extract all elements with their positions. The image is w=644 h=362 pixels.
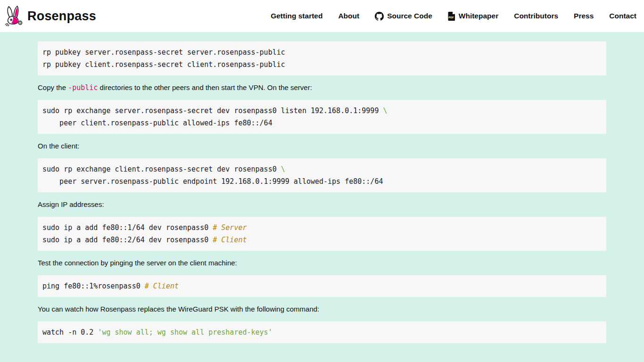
nav-item-contact[interactable]: Contact bbox=[609, 12, 636, 20]
main-nav: Getting startedAboutSource CodePDFWhitep… bbox=[271, 12, 636, 21]
code-token-plain: rp pubkey server.rosenpass-secret server… bbox=[42, 48, 285, 57]
nav-item-label: Whitepaper bbox=[459, 12, 498, 20]
code-block: ping fe80::1%rosenpass0 # Client bbox=[38, 275, 606, 297]
svg-text:PDF: PDF bbox=[448, 16, 454, 19]
paragraph-text: On the client: bbox=[38, 142, 79, 150]
code-token-plain: sudo rp exchange server.rosenpass-secret… bbox=[42, 107, 383, 115]
code-line: sudo ip a add fe80::2/64 dev rosenpass0 … bbox=[42, 234, 602, 246]
code-token-plain: peer client.rosenpass-public allowed-ips… bbox=[42, 119, 272, 127]
code-line: sudo rp exchange client.rosenpass-secret… bbox=[42, 163, 602, 175]
nav-item-label: Press bbox=[574, 12, 594, 20]
code-token-plain: sudo ip a add fe80::2/64 dev rosenpass0 bbox=[42, 236, 213, 244]
inline-code: -public bbox=[68, 83, 98, 92]
code-line: ping fe80::1%rosenpass0 # Client bbox=[42, 280, 602, 292]
nav-item-label: Contributors bbox=[514, 12, 558, 20]
code-token-green: \ bbox=[383, 107, 387, 115]
code-line: sudo rp exchange server.rosenpass-secret… bbox=[42, 105, 602, 117]
github-icon bbox=[375, 12, 384, 21]
code-line: peer server.rosenpass-public endpoint 19… bbox=[42, 175, 602, 188]
code-line: rp pubkey server.rosenpass-secret server… bbox=[42, 46, 602, 58]
paragraph-text: directories to the other peers and then … bbox=[98, 83, 312, 91]
nav-item-source-code[interactable]: Source Code bbox=[375, 12, 432, 21]
code-token-plain: rp pubkey client.rosenpass-secret client… bbox=[42, 60, 285, 69]
nav-item-contributors[interactable]: Contributors bbox=[514, 12, 558, 20]
code-token-green: \ bbox=[281, 165, 285, 173]
paragraph-text: Assign IP addresses: bbox=[38, 200, 104, 208]
code-block: watch -n 0.2 'wg show all; wg show all p… bbox=[38, 321, 606, 343]
paragraph: You can watch how Rosenpass replaces the… bbox=[38, 305, 606, 313]
code-token-comment: # Client bbox=[145, 282, 179, 290]
nav-item-getting-started[interactable]: Getting started bbox=[271, 12, 322, 20]
code-block: sudo rp exchange server.rosenpass-secret… bbox=[38, 100, 606, 134]
paragraph: Test the connection by pinging the serve… bbox=[38, 259, 606, 267]
nav-item-label: About bbox=[338, 12, 359, 20]
nav-item-press[interactable]: Press bbox=[574, 12, 594, 20]
site-title: Rosenpass bbox=[27, 9, 96, 24]
code-token-green: 'wg show all; wg show all preshared-keys… bbox=[98, 328, 272, 337]
code-block: rp pubkey server.rosenpass-secret server… bbox=[38, 41, 606, 75]
nav-item-whitepaper[interactable]: PDFWhitepaper bbox=[448, 12, 498, 21]
code-token-plain: sudo ip a add fe80::1/64 dev rosenpass0 bbox=[42, 223, 213, 232]
code-line: peer client.rosenpass-public allowed-ips… bbox=[42, 117, 602, 129]
nav-item-label: Contact bbox=[609, 12, 636, 20]
nav-item-label: Source Code bbox=[387, 12, 432, 20]
code-token-plain: watch -n 0.2 bbox=[42, 328, 98, 337]
nav-item-label: Getting started bbox=[271, 12, 322, 20]
code-token-comment: # Client bbox=[213, 236, 247, 244]
code-line: sudo ip a add fe80::1/64 dev rosenpass0 … bbox=[42, 222, 602, 234]
paragraph-text: Copy the bbox=[38, 83, 68, 91]
paragraph-text: Test the connection by pinging the serve… bbox=[38, 259, 237, 267]
nav-item-about[interactable]: About bbox=[338, 12, 359, 20]
code-token-plain: sudo rp exchange client.rosenpass-secret… bbox=[42, 165, 281, 173]
brand[interactable]: Rosenpass bbox=[4, 5, 96, 27]
content: rp pubkey server.rosenpass-secret server… bbox=[0, 32, 644, 357]
paragraph: Copy the -public directories to the othe… bbox=[38, 83, 606, 92]
paragraph: On the client: bbox=[38, 142, 606, 150]
code-block: sudo ip a add fe80::1/64 dev rosenpass0 … bbox=[38, 217, 606, 251]
code-token-plain: ping fe80::1%rosenpass0 bbox=[42, 282, 145, 290]
code-token-comment: # Server bbox=[213, 223, 247, 232]
code-line: watch -n 0.2 'wg show all; wg show all p… bbox=[42, 326, 602, 338]
paragraph: Assign IP addresses: bbox=[38, 200, 606, 209]
rabbit-logo-icon bbox=[4, 5, 24, 27]
code-token-plain: peer server.rosenpass-public endpoint 19… bbox=[42, 177, 383, 186]
paragraph-text: You can watch how Rosenpass replaces the… bbox=[38, 305, 319, 313]
site-header: Rosenpass Getting startedAboutSource Cod… bbox=[0, 0, 644, 32]
pdf-icon: PDF bbox=[448, 12, 455, 21]
code-block: sudo rp exchange client.rosenpass-secret… bbox=[38, 158, 606, 192]
code-line: rp pubkey client.rosenpass-secret client… bbox=[42, 58, 602, 71]
